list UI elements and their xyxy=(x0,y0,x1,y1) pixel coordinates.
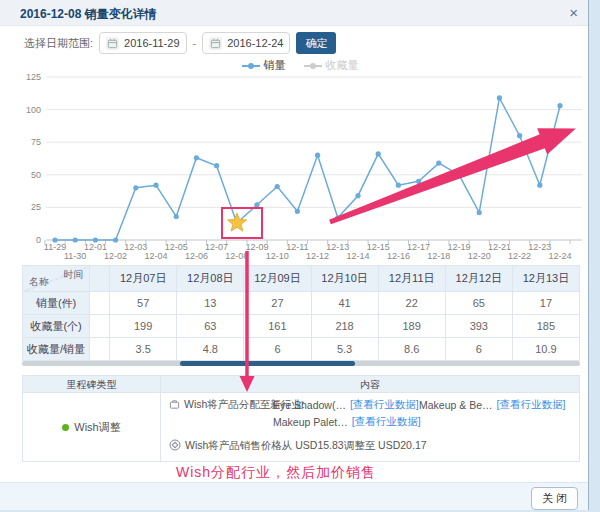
svg-text:12-23: 12-23 xyxy=(528,242,551,252)
table-cell: 218 xyxy=(311,315,378,338)
data-point xyxy=(295,209,300,214)
confirm-button[interactable]: 确定 xyxy=(296,32,336,54)
svg-text:12-10: 12-10 xyxy=(266,251,289,261)
svg-text:12-11: 12-11 xyxy=(286,242,308,252)
data-point xyxy=(93,237,98,242)
svg-text:12-21: 12-21 xyxy=(488,242,511,252)
price-tag-icon xyxy=(169,439,181,453)
data-point xyxy=(133,185,138,190)
milestone-content-header: 内容 xyxy=(161,376,579,392)
milestone-table: 里程碑类型 内容 Wish调整 Wish将产品分配至新行业: Eye Shado… xyxy=(22,375,580,462)
table-cell: 5.3 xyxy=(311,338,378,361)
svg-text:12-04: 12-04 xyxy=(144,251,167,261)
data-point xyxy=(355,193,360,198)
close-button[interactable]: 关 闭 xyxy=(531,487,578,510)
table-column-header: 12月09日 xyxy=(244,266,311,292)
data-point xyxy=(153,183,158,188)
legend-marker-icon xyxy=(242,61,260,71)
data-point xyxy=(214,163,219,168)
data-point xyxy=(254,202,259,207)
table-partial-column xyxy=(90,266,110,292)
data-point xyxy=(456,172,461,177)
data-point xyxy=(194,155,199,160)
table-row-label: 收藏量/销量 xyxy=(23,338,90,361)
svg-text:12-22: 12-22 xyxy=(508,251,531,261)
data-point xyxy=(557,103,562,108)
svg-text:12-05: 12-05 xyxy=(165,242,188,252)
table-cell: 65 xyxy=(445,292,512,315)
date-range-label: 选择日期范围: xyxy=(24,36,93,51)
data-point xyxy=(52,237,57,242)
svg-text:12-16: 12-16 xyxy=(387,251,410,261)
legend-marker-icon xyxy=(304,61,322,71)
view-industry-data-link[interactable]: [查看行业数据] xyxy=(352,415,421,429)
table-cell: 6 xyxy=(445,338,512,361)
table-cell: 185 xyxy=(512,315,579,338)
table-cell: 41 xyxy=(311,292,378,315)
table-column-header: 12月11日 xyxy=(378,266,445,292)
page-title: 2016-12-08 销量变化详情 xyxy=(20,6,157,23)
dialog-titlebar: 2016-12-08 销量变化详情 × xyxy=(0,0,588,26)
table-column-header: 12月10日 xyxy=(311,266,378,292)
sales-line-chart: 025507510012511-2911-3012-0112-0212-0312… xyxy=(0,70,600,265)
start-date-input[interactable]: 2016-11-29 xyxy=(99,32,186,54)
table-cell: 4.8 xyxy=(177,338,244,361)
table-cell: 8.6 xyxy=(378,338,445,361)
svg-text:12-06: 12-06 xyxy=(185,251,208,261)
svg-text:12-13: 12-13 xyxy=(326,242,349,252)
close-icon[interactable]: × xyxy=(569,4,578,22)
table-column-header: 12月07日 xyxy=(110,266,177,292)
svg-text:12-03: 12-03 xyxy=(124,242,147,252)
view-industry-data-link[interactable]: [查看行业数据] xyxy=(350,398,419,412)
table-row-label: 销量(件) xyxy=(23,292,90,315)
table-cell: 63 xyxy=(177,315,244,338)
table-partial-cell xyxy=(90,315,110,338)
milestone-type-header: 里程碑类型 xyxy=(23,376,161,392)
table-corner-cell: 时间名称 xyxy=(23,266,90,292)
data-point xyxy=(335,215,340,220)
svg-text:12-20: 12-20 xyxy=(468,251,491,261)
data-point xyxy=(517,133,522,138)
annotation-note: Wish分配行业，然后加价销售 xyxy=(176,464,376,482)
table-cell: 17 xyxy=(512,292,579,315)
table-cell: 199 xyxy=(110,315,177,338)
table-scrollbar-thumb[interactable] xyxy=(180,361,355,366)
industry-name: Makeup & Be… xyxy=(419,399,493,411)
data-point xyxy=(416,179,421,184)
data-point xyxy=(477,210,482,215)
svg-text:12-14: 12-14 xyxy=(346,251,369,261)
svg-text:0: 0 xyxy=(36,235,41,245)
milestone-type-cell: Wish调整 xyxy=(23,393,161,461)
end-date-value: 2016-12-24 xyxy=(227,37,283,49)
svg-text:12-02: 12-02 xyxy=(104,251,127,261)
table-cell: 22 xyxy=(378,292,445,315)
view-industry-data-link[interactable]: [查看行业数据] xyxy=(497,398,566,412)
assign-industry-icon xyxy=(169,399,180,412)
milestone-status-dot xyxy=(62,424,69,431)
data-point xyxy=(497,95,502,100)
milestone-type-label: Wish调整 xyxy=(74,420,120,435)
dialog-footer: 关 闭 xyxy=(0,482,588,510)
daily-stats-table: 时间名称 12月07日12月08日12月09日12月10日12月11日12月12… xyxy=(22,265,580,361)
svg-text:12-01: 12-01 xyxy=(84,242,107,252)
milestone-content-cell: Wish将产品分配至新行业: Eye Shadow(… [查看行业数据] Mak… xyxy=(161,393,579,461)
data-point xyxy=(376,151,381,156)
table-partial-cell xyxy=(90,338,110,361)
data-point xyxy=(315,153,320,158)
table-scrollbar-track[interactable] xyxy=(22,361,580,366)
data-point xyxy=(275,184,280,189)
date-range-toolbar: 选择日期范围: 2016-11-29 - 2016-12-24 确定 xyxy=(24,32,336,54)
table-cell: 189 xyxy=(378,315,445,338)
calendar-icon xyxy=(106,37,119,50)
end-date-input[interactable]: 2016-12-24 xyxy=(202,32,290,54)
svg-text:12-15: 12-15 xyxy=(367,242,390,252)
sales-series-line xyxy=(55,98,560,240)
svg-text:11-30: 11-30 xyxy=(64,251,86,261)
price-change-text: Wish将产品销售价格从 USD15.83调整至 USD20.17 xyxy=(185,439,427,453)
table-cell: 161 xyxy=(244,315,311,338)
svg-text:25: 25 xyxy=(31,202,41,212)
table-row-label: 收藏量(个) xyxy=(23,315,90,338)
svg-text:12-08: 12-08 xyxy=(225,251,248,261)
svg-text:11-29: 11-29 xyxy=(44,242,66,252)
data-point xyxy=(73,237,78,242)
